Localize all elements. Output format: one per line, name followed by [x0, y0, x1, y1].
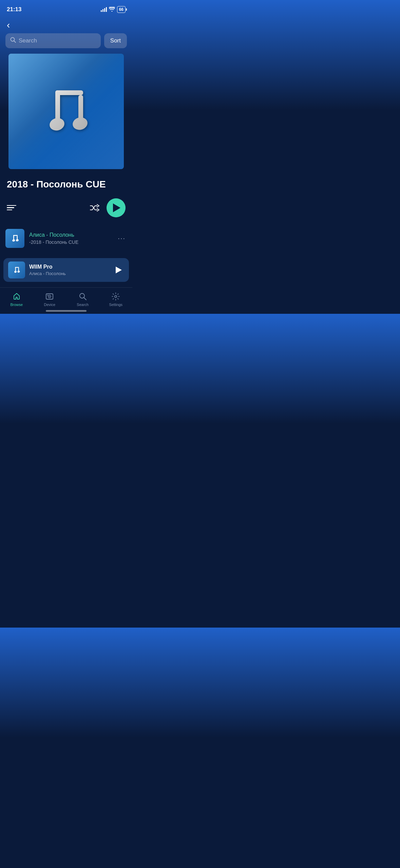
track-title: Алиса - Посолонь — [29, 232, 112, 238]
wifi-icon — [109, 7, 115, 13]
album-title: 2018 - Посолонь CUE — [7, 179, 126, 190]
now-playing-info: WIIM Pro Алиса - Посолонь — [29, 264, 108, 276]
album-title-section: 2018 - Посолонь CUE — [0, 169, 132, 196]
svg-point-6 — [71, 116, 89, 131]
play-icon — [113, 203, 120, 212]
track-subtitle: -2018 - Посолонь CUE — [29, 239, 112, 245]
album-music-note-icon — [32, 77, 100, 145]
svg-rect-8 — [13, 235, 14, 240]
filter-icon[interactable] — [7, 205, 16, 211]
svg-rect-3 — [55, 90, 60, 121]
now-playing-thumbnail — [8, 261, 25, 278]
status-time: 21:13 — [7, 6, 21, 13]
nav-label-browse: Browse — [10, 303, 23, 307]
play-all-button[interactable] — [107, 198, 126, 217]
search-sort-bar: Search Sort — [0, 33, 132, 54]
search-field[interactable]: Search — [5, 33, 101, 48]
settings-icon — [111, 292, 120, 301]
now-playing-play-button[interactable] — [112, 264, 124, 276]
track-note-icon — [9, 233, 20, 244]
svg-line-1 — [14, 41, 16, 42]
back-chevron-icon: ‹ — [7, 20, 10, 30]
svg-point-10 — [12, 239, 15, 241]
now-playing-play-icon — [116, 267, 122, 273]
nav-item-settings[interactable]: Settings — [104, 292, 128, 307]
svg-point-11 — [16, 239, 19, 241]
table-row: Алиса - Посолонь -2018 - Посолонь CUE ··… — [5, 224, 127, 253]
svg-rect-13 — [15, 267, 16, 271]
track-info: Алиса - Посолонь -2018 - Посолонь CUE — [29, 232, 112, 245]
nav-label-search: Search — [77, 303, 89, 307]
track-list: Алиса - Посолонь -2018 - Посолонь CUE ··… — [0, 224, 132, 253]
back-button[interactable]: ‹ — [0, 17, 132, 33]
search-placeholder: Search — [19, 37, 37, 44]
browse-icon: ♫ — [12, 292, 21, 301]
battery-icon: 66 — [117, 6, 126, 13]
svg-line-23 — [84, 297, 86, 300]
now-playing-note-icon — [12, 265, 21, 275]
device-icon — [45, 292, 54, 301]
bottom-nav: ♫ Browse Device Search — [0, 287, 132, 307]
search-icon — [10, 37, 16, 44]
search-nav-icon — [78, 292, 87, 301]
svg-point-5 — [48, 116, 66, 132]
svg-point-16 — [17, 270, 20, 273]
nav-item-search[interactable]: Search — [71, 292, 95, 307]
svg-point-24 — [115, 295, 117, 297]
svg-rect-4 — [78, 95, 83, 121]
now-playing-title: WIIM Pro — [29, 264, 108, 270]
nav-item-device[interactable]: Device — [38, 292, 61, 307]
svg-rect-21 — [47, 295, 48, 295]
now-playing-subtitle: Алиса - Посолонь — [29, 271, 108, 276]
svg-point-20 — [49, 296, 50, 297]
controls-row — [0, 196, 132, 224]
now-playing-bar[interactable]: WIIM Pro Алиса - Посолонь — [3, 258, 129, 282]
status-bar: 21:13 66 — [0, 0, 132, 17]
track-more-button[interactable]: ··· — [116, 233, 127, 243]
status-icons: 66 — [101, 6, 126, 13]
controls-right — [90, 198, 126, 217]
signal-bars-icon — [101, 7, 107, 12]
shuffle-icon[interactable] — [90, 204, 100, 212]
nav-label-settings: Settings — [109, 303, 122, 307]
album-art — [8, 54, 124, 169]
nav-item-browse[interactable]: ♫ Browse — [5, 292, 28, 307]
sort-button[interactable]: Sort — [104, 33, 127, 48]
svg-text:♫: ♫ — [15, 295, 18, 299]
album-art-container — [0, 54, 132, 169]
track-thumbnail — [5, 229, 24, 248]
home-indicator — [0, 307, 132, 314]
svg-point-15 — [14, 270, 17, 273]
nav-label-device: Device — [44, 303, 55, 307]
